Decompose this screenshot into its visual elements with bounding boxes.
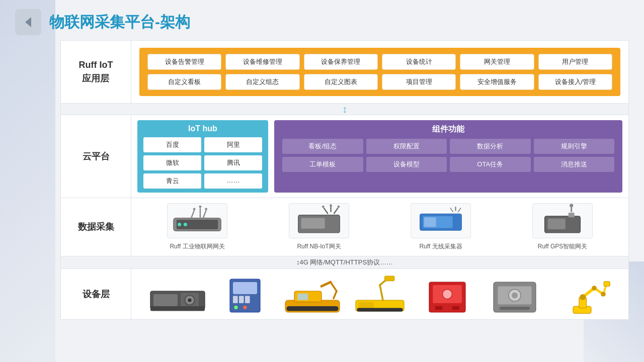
svg-rect-59 xyxy=(435,306,442,310)
app-btn: 自定义图表 xyxy=(304,74,378,90)
equipment-item xyxy=(417,274,477,314)
svg-rect-55 xyxy=(357,308,403,312)
svg-rect-35 xyxy=(150,306,205,311)
data-device-item: Ruff NB-IoT网关 xyxy=(289,203,349,251)
iot-hub-grid: 百度阿里微软腾讯青云…… xyxy=(143,137,262,189)
app-btn: 自定义看板 xyxy=(147,74,221,90)
app-btn: 项目管理 xyxy=(382,74,456,90)
app-btn: 网关管理 xyxy=(460,54,534,70)
svg-line-52 xyxy=(380,285,383,300)
svg-rect-21 xyxy=(424,217,436,227)
comp-func-cell: 数据分析 xyxy=(450,139,531,154)
comp-func-cell: 权限配置 xyxy=(366,139,447,154)
comp-func-cell: 看板/组态 xyxy=(282,139,363,154)
svg-rect-39 xyxy=(239,296,244,303)
svg-line-14 xyxy=(324,208,328,214)
svg-point-34 xyxy=(188,298,191,302)
equipment-item xyxy=(485,274,545,314)
data-device-item: Ruff GPS智能网关 xyxy=(532,203,593,251)
svg-line-23 xyxy=(450,208,453,212)
app-layer-row: Ruff IoT 应用层 设备告警管理设备维修管理设备保养管理设备统计网关管理用… xyxy=(60,40,629,104)
device-label: Ruff 无线采集器 xyxy=(419,242,462,251)
iot-hub-box: IoT hub 百度阿里微软腾讯青云…… xyxy=(137,120,268,193)
svg-point-58 xyxy=(442,289,452,299)
svg-point-64 xyxy=(512,292,518,298)
cloud-layer-row: 云平台 IoT hub 百度阿里微软腾讯青云…… 组件功能 看板/组态权限配置数… xyxy=(60,115,629,198)
comp-func-box: 组件功能 看板/组态权限配置数据分析规则引擎工单模板设备模型OTA任务消息推送 xyxy=(274,120,622,193)
svg-rect-12 xyxy=(301,218,325,228)
app-layer-content: 设备告警管理设备维修管理设备保养管理设备统计网关管理用户管理自定义看板自定义组态… xyxy=(139,48,620,96)
device-icon-box xyxy=(411,203,471,238)
svg-line-15 xyxy=(334,208,338,214)
svg-point-72 xyxy=(592,286,597,291)
svg-line-5 xyxy=(191,210,194,218)
device-layer-row: 设备层 xyxy=(60,268,629,320)
svg-rect-74 xyxy=(604,282,610,287)
svg-rect-65 xyxy=(500,307,530,310)
data-device-item: Ruff 工业物联网网关 xyxy=(167,203,227,251)
protocol-bar: ↕4G 网络/MQTT/HTTPS协议…… xyxy=(60,256,629,268)
comp-func-cell: 消息推送 xyxy=(534,157,615,172)
protocol-text: ↕4G 网络/MQTT/HTTPS协议…… xyxy=(296,258,393,267)
main-container: 物联网采集平台-架构 Ruff IoT 应用层 设备告警管理设备维修管理设备保养… xyxy=(0,0,644,362)
svg-rect-29 xyxy=(569,212,575,217)
iot-hub-cell: 阿里 xyxy=(204,137,262,152)
cloud-layer-label: 云平台 xyxy=(61,115,131,198)
svg-line-47 xyxy=(331,282,337,291)
device-label: Ruff 工业物联网网关 xyxy=(170,242,224,251)
page-title: 物联网采集平台-架构 xyxy=(49,12,190,33)
device-icon-box xyxy=(532,203,593,238)
iot-hub-cell: …… xyxy=(204,173,262,189)
svg-point-18 xyxy=(338,205,340,208)
iot-hub-title: IoT hub xyxy=(143,124,262,133)
app-btn: 设备统计 xyxy=(382,54,456,70)
svg-rect-38 xyxy=(233,296,238,303)
data-device-item: Ruff 无线采集器 xyxy=(411,203,471,251)
app-btn: 自定义组态 xyxy=(225,74,299,90)
svg-line-48 xyxy=(334,291,337,298)
comp-func-cell: 工单模板 xyxy=(282,157,363,172)
svg-point-73 xyxy=(601,292,606,297)
svg-rect-45 xyxy=(297,294,308,300)
svg-point-71 xyxy=(580,294,586,300)
svg-rect-2 xyxy=(177,220,218,229)
data-layer-label: 数据采集 xyxy=(61,198,131,256)
equipment-item xyxy=(147,274,208,314)
comp-func-title: 组件功能 xyxy=(282,124,614,135)
device-label: Ruff GPS智能网关 xyxy=(538,242,587,251)
device-icon-box xyxy=(289,203,349,238)
iot-hub-cell: 百度 xyxy=(143,137,201,152)
device-icon-box xyxy=(167,203,227,238)
svg-rect-26 xyxy=(548,218,566,229)
svg-point-28 xyxy=(570,204,573,207)
svg-rect-54 xyxy=(385,276,394,281)
svg-line-7 xyxy=(203,210,206,218)
svg-point-4 xyxy=(184,223,187,226)
data-layer-row: 数据采集 Ruff 工业物联网网关 Ruff NB-IoT网关 Ruff 无线采… xyxy=(60,198,629,256)
data-collect-content: Ruff 工业物联网网关 Ruff NB-IoT网关 Ruff 无线采集器 Ru… xyxy=(131,198,628,256)
svg-rect-37 xyxy=(233,282,257,294)
svg-point-16 xyxy=(330,204,332,207)
app-btn: 设备保养管理 xyxy=(304,54,378,70)
app-btn: 设备接入/管理 xyxy=(538,74,612,90)
equipment-item xyxy=(282,274,343,314)
iot-hub-cell: 腾讯 xyxy=(204,155,262,170)
svg-rect-40 xyxy=(245,296,250,303)
equipment-item xyxy=(350,274,410,314)
back-button[interactable] xyxy=(15,9,41,35)
app-layer-label: Ruff IoT 应用层 xyxy=(61,41,131,103)
app-btn: 设备告警管理 xyxy=(147,54,221,70)
app-cloud-arrow: ↕ xyxy=(60,104,629,115)
app-btn: 用户管理 xyxy=(538,54,612,70)
svg-rect-49 xyxy=(286,306,338,311)
svg-point-17 xyxy=(322,205,325,208)
comp-func-cell: OTA任务 xyxy=(450,157,531,172)
svg-point-10 xyxy=(205,208,207,210)
svg-line-24 xyxy=(458,208,461,212)
header: 物联网采集平台-架构 xyxy=(0,0,644,40)
iot-hub-cell: 青云 xyxy=(143,173,201,189)
device-layer-label: 设备层 xyxy=(61,269,131,319)
svg-rect-60 xyxy=(452,306,459,310)
comp-func-cell: 规则引擎 xyxy=(534,139,615,154)
arch-diagram: Ruff IoT 应用层 设备告警管理设备维修管理设备保养管理设备统计网关管理用… xyxy=(0,40,644,325)
